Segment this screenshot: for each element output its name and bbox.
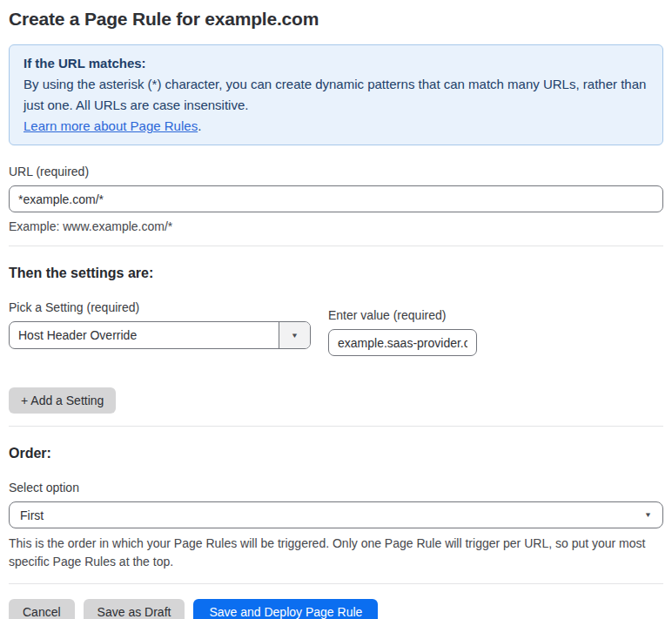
- order-select[interactable]: First ▼: [9, 501, 663, 528]
- info-box-body: By using the asterisk (*) character, you…: [24, 74, 648, 116]
- pick-setting-arrow-box: ▼: [279, 322, 310, 348]
- settings-section-heading: Then the settings are:: [9, 266, 663, 281]
- save-as-draft-button[interactable]: Save as Draft: [84, 599, 185, 619]
- order-section: Select option First ▼ This is the order …: [9, 481, 663, 571]
- url-field-label: URL (required): [9, 165, 663, 178]
- url-example-helper: Example: www.example.com/*: [9, 219, 663, 233]
- chevron-down-icon: ▼: [644, 511, 652, 518]
- pick-setting-select[interactable]: Host Header Override ▼: [9, 321, 311, 349]
- order-selected-value: First: [20, 508, 44, 522]
- learn-more-link[interactable]: Learn more about Page Rules: [24, 118, 198, 133]
- add-setting-button[interactable]: + Add a Setting: [9, 387, 116, 414]
- pick-setting-selected-value: Host Header Override: [10, 322, 279, 348]
- page-title: Create a Page Rule for example.com: [9, 9, 663, 30]
- enter-value-column: Enter value (required): [328, 308, 477, 356]
- url-matches-info-box: If the URL matches: By using the asteris…: [9, 44, 663, 145]
- settings-row: Pick a Setting (required) Host Header Ov…: [9, 300, 663, 356]
- pick-setting-column: Pick a Setting (required) Host Header Ov…: [9, 300, 311, 356]
- url-section: URL (required) Example: www.example.com/…: [9, 165, 663, 233]
- url-input[interactable]: [9, 185, 663, 212]
- order-section-heading: Order:: [9, 446, 663, 461]
- setting-value-input[interactable]: [328, 329, 477, 356]
- order-helper-text: This is the order in which your Page Rul…: [9, 535, 648, 571]
- info-box-link-line: Learn more about Page Rules.: [24, 116, 648, 137]
- divider: [9, 426, 663, 427]
- enter-value-label: Enter value (required): [328, 308, 477, 322]
- divider: [9, 246, 663, 246]
- chevron-down-icon: ▼: [291, 332, 299, 339]
- link-period: .: [198, 118, 201, 133]
- pick-setting-label: Pick a Setting (required): [9, 300, 311, 314]
- cancel-button[interactable]: Cancel: [9, 599, 75, 619]
- order-select-label: Select option: [9, 481, 663, 495]
- footer-actions: Cancel Save as Draft Save and Deploy Pag…: [9, 599, 663, 619]
- divider: [9, 583, 663, 584]
- info-box-heading: If the URL matches:: [24, 53, 648, 74]
- save-and-deploy-button[interactable]: Save and Deploy Page Rule: [193, 599, 378, 619]
